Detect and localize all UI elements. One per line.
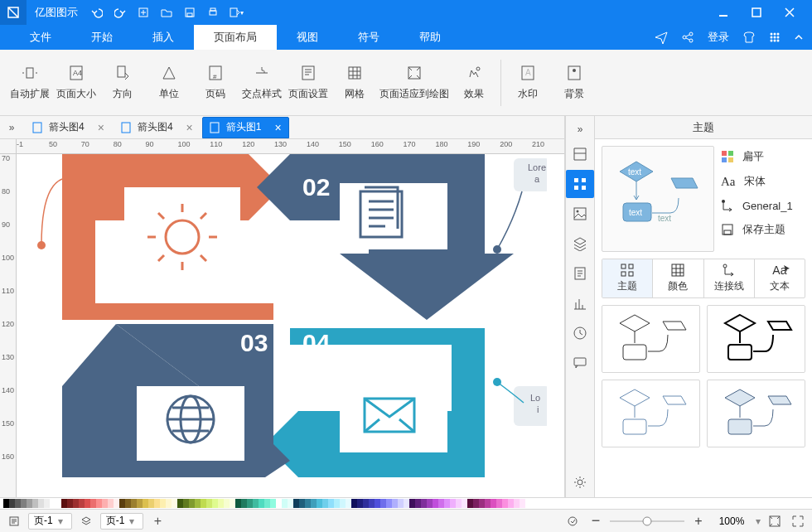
fit-page-icon[interactable] xyxy=(766,512,784,530)
layer-list-icon[interactable] xyxy=(77,512,95,530)
login-button[interactable]: 登录 xyxy=(708,30,729,45)
comment-icon[interactable] xyxy=(566,349,594,377)
color-swatch[interactable] xyxy=(44,499,50,508)
color-swatch[interactable] xyxy=(85,499,90,508)
format-icon[interactable] xyxy=(566,140,594,168)
menu-view[interactable]: 视图 xyxy=(277,25,338,50)
color-swatch[interactable] xyxy=(189,499,195,508)
export-button[interactable]: ▾ xyxy=(225,2,247,23)
color-strip[interactable] xyxy=(0,497,812,509)
cross-style-button[interactable]: 交点样式 xyxy=(239,56,285,110)
color-swatch[interactable] xyxy=(369,499,375,508)
watermark-button[interactable]: A水印 xyxy=(505,56,551,110)
color-swatch[interactable] xyxy=(79,499,85,508)
page-size-button[interactable]: A4页面大小 xyxy=(53,56,99,110)
color-swatch[interactable] xyxy=(398,499,404,508)
color-swatch[interactable] xyxy=(3,499,9,508)
panel-tab-conn[interactable]: 连接线 xyxy=(703,259,754,297)
color-swatch[interactable] xyxy=(108,499,114,508)
share-icon[interactable] xyxy=(681,31,694,44)
color-swatch[interactable] xyxy=(502,499,508,508)
zoom-value[interactable]: 100% xyxy=(713,515,751,527)
color-swatch[interactable] xyxy=(334,499,340,508)
color-swatch[interactable] xyxy=(195,499,201,508)
add-page-icon[interactable]: + xyxy=(148,512,167,530)
color-swatch[interactable] xyxy=(346,499,351,508)
color-swatch[interactable] xyxy=(264,499,270,508)
color-swatch[interactable] xyxy=(27,499,32,508)
effect-button[interactable]: 效果 xyxy=(451,56,497,110)
color-swatch[interactable] xyxy=(363,499,369,508)
color-swatch[interactable] xyxy=(235,499,241,508)
color-swatch[interactable] xyxy=(438,499,444,508)
color-swatch[interactable] xyxy=(421,499,427,508)
minimize-button[interactable] xyxy=(713,2,734,23)
color-swatch[interactable] xyxy=(322,499,328,508)
theme-option-4[interactable] xyxy=(707,380,805,447)
color-swatch[interactable] xyxy=(288,499,293,508)
color-swatch[interactable] xyxy=(21,499,27,508)
color-swatch[interactable] xyxy=(61,499,67,508)
color-swatch[interactable] xyxy=(386,499,392,508)
settings-icon[interactable] xyxy=(566,468,594,496)
image-icon[interactable] xyxy=(566,200,594,228)
color-swatch[interactable] xyxy=(206,499,212,508)
fit-drawing-button[interactable]: 页面适应到绘图 xyxy=(378,56,451,110)
color-swatch[interactable] xyxy=(143,499,148,508)
color-swatch[interactable] xyxy=(392,499,398,508)
color-swatch[interactable] xyxy=(137,499,143,508)
theme-flat-button[interactable]: 扁平 xyxy=(721,149,805,164)
color-swatch[interactable] xyxy=(224,499,230,508)
color-swatch[interactable] xyxy=(230,499,235,508)
color-swatch[interactable] xyxy=(67,499,73,508)
color-swatch[interactable] xyxy=(491,499,496,508)
close-tab-icon[interactable]: × xyxy=(186,121,193,134)
color-swatch[interactable] xyxy=(125,499,131,508)
menu-layout[interactable]: 页面布局 xyxy=(194,25,277,50)
zoom-reset-icon[interactable] xyxy=(563,512,582,530)
undo-button[interactable] xyxy=(86,2,108,23)
send-icon[interactable] xyxy=(655,31,668,44)
color-swatch[interactable] xyxy=(90,499,96,508)
close-tab-icon[interactable]: × xyxy=(274,121,281,134)
color-swatch[interactable] xyxy=(50,499,56,508)
ruler-horizontal[interactable] xyxy=(17,139,564,154)
ruler-vertical[interactable] xyxy=(0,154,17,497)
color-swatch[interactable] xyxy=(119,499,125,508)
color-swatch[interactable] xyxy=(183,499,189,508)
theme-save-button[interactable]: 保存主题 xyxy=(721,222,805,237)
doc-tab-1[interactable]: 箭头图4 × xyxy=(25,117,112,138)
color-swatch[interactable] xyxy=(444,499,450,508)
theme-icon[interactable] xyxy=(566,170,594,198)
color-swatch[interactable] xyxy=(351,499,357,508)
zoom-out-icon[interactable]: − xyxy=(587,512,605,530)
expand-left-icon[interactable]: » xyxy=(0,116,23,139)
color-swatch[interactable] xyxy=(160,499,166,508)
color-swatch[interactable] xyxy=(305,499,311,508)
color-swatch[interactable] xyxy=(340,499,346,508)
color-swatch[interactable] xyxy=(114,499,119,508)
close-tab-icon[interactable]: × xyxy=(98,121,104,134)
panel-tab-color[interactable]: 颜色 xyxy=(652,259,703,297)
zoom-dropdown-icon[interactable]: ▾ xyxy=(756,515,761,527)
color-swatch[interactable] xyxy=(102,499,108,508)
color-swatch[interactable] xyxy=(56,499,61,508)
color-swatch[interactable] xyxy=(479,499,485,508)
layers-icon[interactable] xyxy=(566,230,594,258)
open-button[interactable] xyxy=(156,2,177,23)
background-button[interactable]: 背景 xyxy=(551,56,597,110)
auto-expand-button[interactable]: 自动扩展 xyxy=(7,56,53,110)
maximize-button[interactable] xyxy=(746,2,767,23)
color-swatch[interactable] xyxy=(357,499,363,508)
color-swatch[interactable] xyxy=(172,499,177,508)
zoom-slider[interactable] xyxy=(610,515,684,527)
color-swatch[interactable] xyxy=(496,499,502,508)
zoom-in-icon[interactable]: + xyxy=(689,512,708,530)
color-swatch[interactable] xyxy=(520,499,525,508)
color-swatch[interactable] xyxy=(15,499,21,508)
apps-icon[interactable] xyxy=(769,31,781,43)
page-selector[interactable]: 页-1▾ xyxy=(28,513,72,530)
color-swatch[interactable] xyxy=(270,499,276,508)
panel-tab-text[interactable]: Aa文本 xyxy=(754,259,805,297)
theme-preview[interactable]: text text text xyxy=(602,146,714,252)
